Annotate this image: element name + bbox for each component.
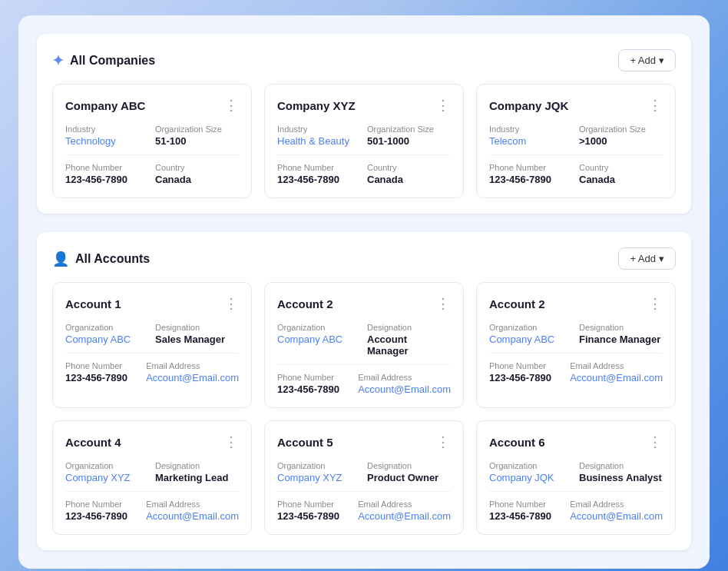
card-fields-top: Organization Company XYZ Designation Pro… <box>277 461 451 483</box>
more-icon[interactable]: ⋮ <box>648 433 663 450</box>
email-value[interactable]: Account@Email.com <box>146 372 239 383</box>
card-fields-bottom: Phone Number 123-456-7890 Country Canada <box>489 163 663 185</box>
account-card: Account 6 ⋮ Organization Company JQK Des… <box>476 420 676 535</box>
email-label: Email Address <box>358 500 451 509</box>
field-phone: Phone Number 123-456-7890 <box>489 500 564 522</box>
email-value[interactable]: Account@Email.com <box>358 510 451 522</box>
phone-label: Phone Number <box>65 500 140 509</box>
org-label: Organization <box>65 323 149 332</box>
org-label: Organization <box>277 323 361 332</box>
field-email: Email Address Account@Email.com <box>570 500 663 522</box>
more-icon[interactable]: ⋮ <box>648 97 663 114</box>
accounts-title: 👤 All Accounts <box>52 251 150 267</box>
phone-value: 123-456-7890 <box>277 383 352 395</box>
accounts-icon: 👤 <box>52 251 69 267</box>
phone-label: Phone Number <box>489 361 564 370</box>
phone-label: Phone Number <box>65 361 140 370</box>
accounts-title-text: All Accounts <box>75 252 150 266</box>
card-title: Account 4 <box>65 436 121 449</box>
org-value[interactable]: Company ABC <box>277 334 361 345</box>
account-card: Account 2 ⋮ Organization Company ABC Des… <box>476 282 676 408</box>
field-email: Email Address Account@Email.com <box>146 361 239 383</box>
industry-value[interactable]: Telecom <box>489 135 573 147</box>
more-icon[interactable]: ⋮ <box>436 433 451 450</box>
account-card: Account 1 ⋮ Organization Company ABC Des… <box>52 282 252 408</box>
phone-value: 123-456-7890 <box>277 174 361 185</box>
card-fields-top: Industry Technology Organization Size 51… <box>65 124 239 147</box>
card-fields-bottom: Phone Number 123-456-7890 Email Address … <box>489 361 663 383</box>
field-designation: Designation Sales Manager <box>155 323 239 345</box>
account-card: Account 5 ⋮ Organization Company XYZ Des… <box>264 420 464 535</box>
card-fields-top: Organization Company ABC Designation Sal… <box>65 323 239 345</box>
field-designation: Designation Marketing Lead <box>155 461 239 483</box>
accounts-grid: Account 1 ⋮ Organization Company ABC Des… <box>52 282 676 535</box>
phone-value: 123-456-7890 <box>65 174 149 185</box>
email-value[interactable]: Account@Email.com <box>146 510 239 522</box>
designation-value: Marketing Lead <box>155 472 239 483</box>
email-value[interactable]: Account@Email.com <box>570 372 663 383</box>
phone-value: 123-456-7890 <box>65 372 140 383</box>
org-size-label: Organization Size <box>155 124 239 134</box>
org-value[interactable]: Company JQK <box>489 472 573 483</box>
card-title: Company JQK <box>489 99 568 112</box>
phone-value: 123-456-7890 <box>489 174 573 185</box>
org-label: Organization <box>65 461 149 470</box>
company-card: Company JQK ⋮ Industry Telecom Organizat… <box>476 84 676 198</box>
field-phone: Phone Number 123-456-7890 <box>65 163 149 185</box>
email-label: Email Address <box>146 361 239 370</box>
phone-value: 123-456-7890 <box>489 372 564 383</box>
org-value[interactable]: Company XYZ <box>277 472 361 483</box>
card-title: Account 1 <box>65 297 121 310</box>
designation-label: Designation <box>367 323 451 332</box>
more-icon[interactable]: ⋮ <box>224 295 239 312</box>
field-country: Country Canada <box>155 163 239 185</box>
industry-value[interactable]: Technology <box>65 135 149 147</box>
industry-value[interactable]: Health & Beauty <box>277 135 361 147</box>
field-phone: Phone Number 123-456-7890 <box>277 163 361 185</box>
country-label: Country <box>367 163 451 172</box>
card-title: Account 2 <box>489 297 545 310</box>
card-fields-bottom: Phone Number 123-456-7890 Country Canada <box>277 163 451 185</box>
card-title: Company ABC <box>65 99 145 112</box>
add-company-button[interactable]: + Add ▾ <box>618 49 676 71</box>
org-size-value: 51-100 <box>155 135 239 147</box>
org-value[interactable]: Company ABC <box>65 334 149 345</box>
org-label: Organization <box>489 461 573 470</box>
field-organization: Organization Company XYZ <box>277 461 361 483</box>
org-value[interactable]: Company XYZ <box>65 472 149 483</box>
field-org-size: Organization Size >1000 <box>579 124 663 147</box>
designation-label: Designation <box>367 461 451 470</box>
companies-title-text: All Companies <box>70 54 155 68</box>
card-header: Company XYZ ⋮ <box>277 97 451 114</box>
phone-label: Phone Number <box>489 163 573 172</box>
industry-label: Industry <box>277 124 361 134</box>
field-organization: Organization Company ABC <box>277 323 361 357</box>
card-fields-top: Organization Company JQK Designation Bus… <box>489 461 663 483</box>
gear-icon: ✦ <box>52 52 64 69</box>
more-icon[interactable]: ⋮ <box>224 97 239 114</box>
email-label: Email Address <box>570 500 663 509</box>
org-size-value: 501-1000 <box>367 135 451 147</box>
main-container: ✦ All Companies + Add ▾ Company ABC ⋮ In… <box>18 15 710 569</box>
country-value: Canada <box>367 174 451 185</box>
card-fields-bottom: Phone Number 123-456-7890 Country Canada <box>65 163 239 185</box>
more-icon[interactable]: ⋮ <box>436 295 451 312</box>
more-icon[interactable]: ⋮ <box>436 97 451 114</box>
field-org-size: Organization Size 51-100 <box>155 124 239 147</box>
more-icon[interactable]: ⋮ <box>224 433 239 450</box>
card-header: Account 2 ⋮ <box>489 295 663 312</box>
email-value[interactable]: Account@Email.com <box>358 383 451 395</box>
country-label: Country <box>155 163 239 172</box>
org-value[interactable]: Company ABC <box>489 334 573 345</box>
more-icon[interactable]: ⋮ <box>648 295 663 312</box>
email-label: Email Address <box>358 373 451 382</box>
companies-title: ✦ All Companies <box>52 52 155 69</box>
account-card: Account 2 ⋮ Organization Company ABC Des… <box>264 282 464 408</box>
industry-label: Industry <box>65 124 149 134</box>
add-account-button[interactable]: + Add ▾ <box>618 247 676 270</box>
field-country: Country Canada <box>579 163 663 185</box>
card-fields-bottom: Phone Number 123-456-7890 Email Address … <box>277 500 451 522</box>
field-industry: Industry Telecom <box>489 124 573 147</box>
designation-value: Product Owner <box>367 472 451 483</box>
email-value[interactable]: Account@Email.com <box>570 510 663 522</box>
